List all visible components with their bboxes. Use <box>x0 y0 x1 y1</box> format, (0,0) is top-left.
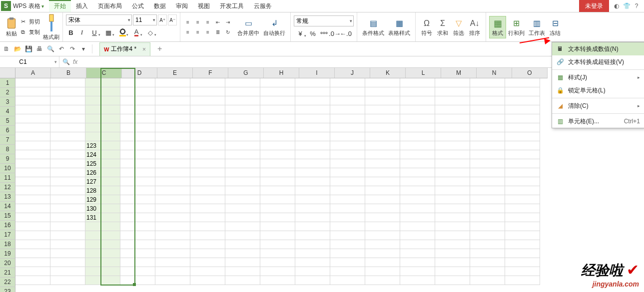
align-middle-button[interactable]: ≡ <box>193 17 202 26</box>
row-header-16[interactable]: 16 <box>0 221 15 230</box>
cell-D1[interactable] <box>120 78 155 87</box>
cell-H12[interactable] <box>260 177 295 186</box>
cell-C10[interactable]: 125 <box>85 159 120 168</box>
close-tab-icon[interactable]: × <box>142 46 146 53</box>
cell-F14[interactable] <box>190 195 225 204</box>
cell-K22[interactable] <box>365 267 400 276</box>
cell-I4[interactable] <box>295 105 330 114</box>
menu-style[interactable]: ▦ 样式(J) ▸ <box>552 71 644 84</box>
cell-F12[interactable] <box>190 177 225 186</box>
cell-E9[interactable] <box>155 150 190 159</box>
cell-C7[interactable] <box>85 132 120 141</box>
cell-G1[interactable] <box>225 78 260 87</box>
cell-H11[interactable] <box>260 168 295 177</box>
cell-G4[interactable] <box>225 105 260 114</box>
cell-O23[interactable] <box>505 276 540 285</box>
tab-formula[interactable]: 公式 <box>127 0 149 12</box>
cell-C18[interactable] <box>85 231 120 240</box>
cell-B20[interactable] <box>50 249 85 258</box>
cell-L7[interactable] <box>400 132 435 141</box>
cell-H2[interactable] <box>260 87 295 96</box>
cell-J5[interactable] <box>330 114 365 123</box>
cell-N15[interactable] <box>470 204 505 213</box>
qa-preview-icon[interactable]: 🔍 <box>46 44 55 53</box>
cell-K5[interactable] <box>365 114 400 123</box>
cell-F4[interactable] <box>190 105 225 114</box>
cell-N11[interactable] <box>470 168 505 177</box>
cell-I8[interactable] <box>295 141 330 150</box>
cell-K20[interactable] <box>365 249 400 258</box>
cell-N6[interactable] <box>470 123 505 132</box>
cell-G7[interactable] <box>225 132 260 141</box>
cell-O22[interactable] <box>505 267 540 276</box>
clear-format-button[interactable]: ◇ <box>144 27 157 37</box>
cell-J20[interactable] <box>330 249 365 258</box>
cell-D21[interactable] <box>120 258 155 267</box>
cell-O19[interactable] <box>505 240 540 249</box>
row-header-14[interactable]: 14 <box>0 202 15 211</box>
cell-J15[interactable] <box>330 204 365 213</box>
menu-clear[interactable]: ◢ 清除(C) ▸ <box>552 99 644 112</box>
cell-E18[interactable] <box>155 231 190 240</box>
cell-C11[interactable]: 126 <box>85 168 120 177</box>
align-left-button[interactable]: ≡ <box>183 27 192 36</box>
cell-B18[interactable] <box>50 231 85 240</box>
cell-D6[interactable] <box>120 123 155 132</box>
col-header-C[interactable]: C <box>86 68 122 78</box>
cell-I13[interactable] <box>295 186 330 195</box>
worksheet-button[interactable]: ▥ 工作表 <box>527 17 547 37</box>
cell-B23[interactable] <box>50 276 85 285</box>
cell-A9[interactable] <box>15 150 50 159</box>
cell-K23[interactable] <box>365 276 400 285</box>
cell-J19[interactable] <box>330 240 365 249</box>
cell-A5[interactable] <box>15 114 50 123</box>
tshirt-icon[interactable]: 👕 <box>623 2 630 9</box>
cell-F16[interactable] <box>190 213 225 222</box>
cell-J22[interactable] <box>330 267 365 276</box>
cell-C5[interactable] <box>85 114 120 123</box>
cell-B12[interactable] <box>50 177 85 186</box>
cell-N3[interactable] <box>470 96 505 105</box>
row-header-18[interactable]: 18 <box>0 240 15 249</box>
cell-J16[interactable] <box>330 213 365 222</box>
cell-I23[interactable] <box>295 276 330 285</box>
cell-H9[interactable] <box>260 150 295 159</box>
cell-N2[interactable] <box>470 87 505 96</box>
cell-H4[interactable] <box>260 105 295 114</box>
cell-F18[interactable] <box>190 231 225 240</box>
col-header-G[interactable]: G <box>228 68 264 78</box>
cell-O2[interactable] <box>505 87 540 96</box>
row-header-19[interactable]: 19 <box>0 249 15 259</box>
cell-D4[interactable] <box>120 105 155 114</box>
cell-I7[interactable] <box>295 132 330 141</box>
cell-N4[interactable] <box>470 105 505 114</box>
cell-I11[interactable] <box>295 168 330 177</box>
auto-wrap-button[interactable]: ↲ 自动换行 <box>261 17 287 37</box>
row-header-12[interactable]: 12 <box>0 183 15 192</box>
cell-L19[interactable] <box>400 240 435 249</box>
cell-O4[interactable] <box>505 105 540 114</box>
cell-F3[interactable] <box>190 96 225 105</box>
cell-B3[interactable] <box>50 96 85 105</box>
cell-J4[interactable] <box>330 105 365 114</box>
cell-B4[interactable] <box>50 105 85 114</box>
skin-icon[interactable]: ◐ <box>613 2 620 9</box>
cell-I15[interactable] <box>295 204 330 213</box>
cell-K13[interactable] <box>365 186 400 195</box>
cell-E2[interactable] <box>155 87 190 96</box>
cell-B10[interactable] <box>50 159 85 168</box>
col-header-B[interactable]: B <box>51 68 86 78</box>
cell-H14[interactable] <box>260 195 295 204</box>
cell-B9[interactable] <box>50 150 85 159</box>
cell-L16[interactable] <box>400 213 435 222</box>
col-header-D[interactable]: D <box>122 68 157 78</box>
cell-J7[interactable] <box>330 132 365 141</box>
cell-H15[interactable] <box>260 204 295 213</box>
cell-M3[interactable] <box>435 96 470 105</box>
cell-H18[interactable] <box>260 231 295 240</box>
cell-N5[interactable] <box>470 114 505 123</box>
indent-dec-button[interactable]: ⇤ <box>213 17 222 26</box>
cell-M10[interactable] <box>435 159 470 168</box>
cell-G6[interactable] <box>225 123 260 132</box>
qa-redo-icon[interactable]: ↷ <box>68 44 77 53</box>
